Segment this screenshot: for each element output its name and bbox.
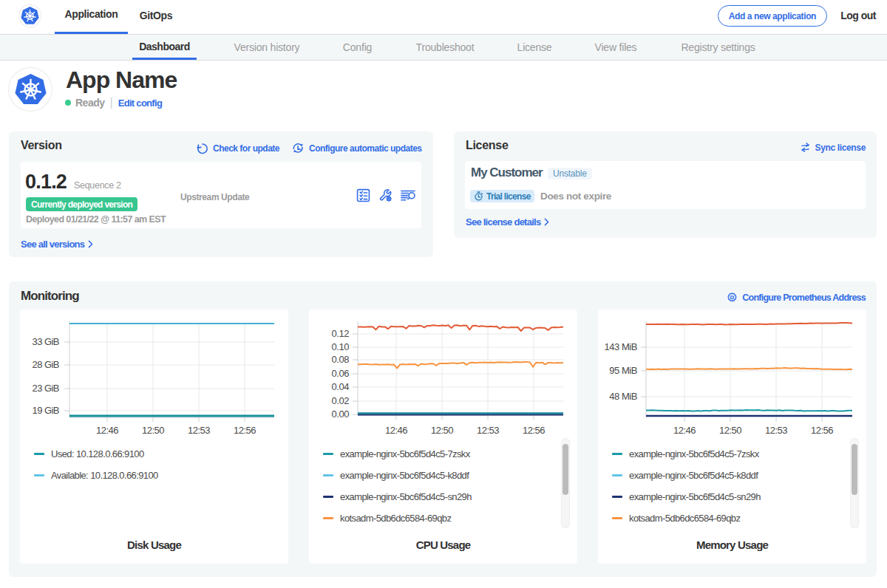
- svg-text:12:56: 12:56: [234, 425, 256, 436]
- svg-text:19 GiB: 19 GiB: [33, 405, 59, 416]
- svg-text:0.00: 0.00: [331, 408, 349, 420]
- svg-text:48 MiB: 48 MiB: [609, 391, 637, 402]
- svg-text:0.04: 0.04: [331, 381, 349, 392]
- svg-text:143 MiB: 143 MiB: [604, 341, 637, 352]
- svg-text:0.12: 0.12: [331, 328, 349, 339]
- svg-text:12:46: 12:46: [96, 425, 118, 436]
- svg-text:12:53: 12:53: [765, 425, 787, 436]
- svg-text:12:56: 12:56: [523, 425, 545, 436]
- svg-text:12:50: 12:50: [431, 425, 453, 436]
- svg-text:12:53: 12:53: [477, 425, 499, 436]
- svg-text:28 GiB: 28 GiB: [33, 359, 59, 370]
- svg-text:23 GiB: 23 GiB: [33, 383, 59, 394]
- svg-text:12:46: 12:46: [385, 425, 407, 436]
- svg-text:33 GiB: 33 GiB: [33, 336, 59, 347]
- svg-text:12:53: 12:53: [188, 425, 210, 436]
- svg-text:12:46: 12:46: [673, 425, 696, 436]
- svg-text:12:50: 12:50: [719, 425, 741, 436]
- svg-text:12:50: 12:50: [142, 425, 164, 436]
- svg-text:95 MiB: 95 MiB: [609, 365, 637, 376]
- svg-text:0.10: 0.10: [331, 341, 349, 352]
- svg-text:0.06: 0.06: [331, 368, 349, 379]
- svg-text:0.02: 0.02: [331, 395, 349, 406]
- svg-text:12:56: 12:56: [811, 425, 833, 436]
- svg-text:0.08: 0.08: [331, 354, 349, 365]
